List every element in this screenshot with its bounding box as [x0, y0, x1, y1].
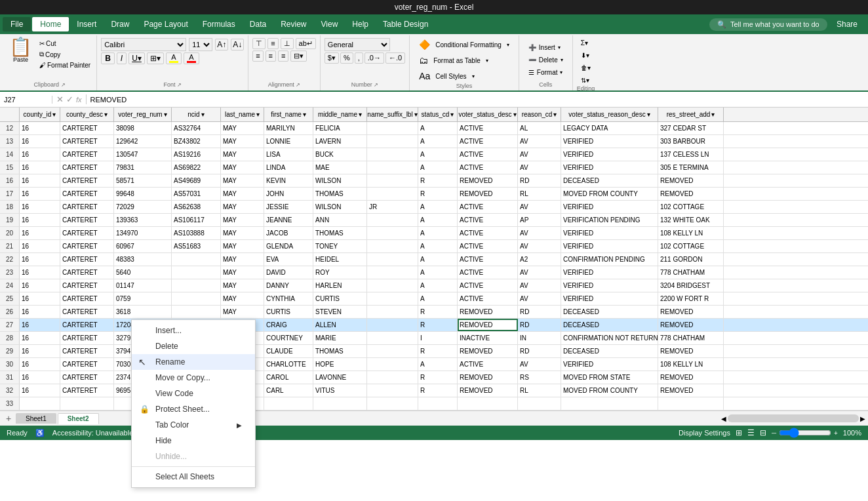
font-color-button[interactable]: A — [184, 52, 199, 64]
cell-first_name[interactable]: EVA — [264, 253, 313, 266]
cell-name_suffix_lbl[interactable] — [367, 122, 418, 134]
font-size-select[interactable]: 11 — [189, 38, 212, 51]
menu-table-design[interactable]: Table Design — [376, 17, 435, 31]
cell-county_desc[interactable] — [60, 397, 114, 410]
cell-county_desc[interactable]: CARTERET — [60, 240, 114, 252]
cell-status_cd[interactable]: A — [418, 214, 458, 226]
cell-last_name[interactable]: MAY — [221, 292, 264, 305]
currency-button[interactable]: $▾ — [325, 52, 339, 64]
cell-first_name[interactable]: LISA — [264, 148, 313, 161]
cell-res_street_add[interactable]: 108 KELLY LN — [658, 358, 724, 371]
cell-voter_status_reason_desc[interactable] — [561, 397, 658, 410]
cell-reason_cd[interactable]: RL — [518, 384, 561, 397]
cell-voter_status_desc[interactable]: REMOVED — [458, 188, 518, 200]
cell-status_cd[interactable]: A — [418, 135, 458, 148]
cell-reason_cd[interactable]: AV — [518, 266, 561, 279]
menu-data[interactable]: Data — [243, 17, 273, 31]
cell-ncid[interactable]: AS49689 — [172, 174, 221, 187]
cell-voter_status_reason_desc[interactable]: VERIFIED — [561, 201, 658, 213]
decrease-font-button[interactable]: A↓ — [231, 39, 244, 50]
cell-voter_status_reason_desc[interactable]: CONFIRMATION NOT RETURN — [561, 332, 658, 344]
cell-voter_reg_num[interactable]: 58571 — [114, 174, 172, 187]
scroll-left-button[interactable]: ◀ — [721, 415, 726, 422]
bold-button[interactable]: B — [101, 52, 115, 64]
cell-county_id[interactable]: 16 — [20, 188, 60, 200]
cell-name_suffix_lbl[interactable] — [367, 292, 418, 305]
cell-county_id[interactable]: 16 — [20, 279, 60, 292]
cell-reason_cd[interactable]: AV — [518, 358, 561, 371]
cell-county_desc[interactable]: CARTERET — [60, 384, 114, 397]
col-header-county_id[interactable]: county_id ▾ — [20, 108, 60, 121]
row-number[interactable]: 26 — [0, 306, 20, 318]
cell-name_suffix_lbl[interactable] — [367, 240, 418, 252]
cell-last_name[interactable]: MAY — [221, 201, 264, 213]
percent-button[interactable]: % — [340, 52, 353, 64]
cell-res_street_add[interactable]: 132 WHITE OAK — [658, 214, 724, 226]
cell-last_name[interactable]: MAY — [221, 135, 264, 148]
align-middle-button[interactable]: ≡ — [267, 38, 278, 49]
cell-status_cd[interactable]: R — [418, 371, 458, 384]
cell-status_cd[interactable]: A — [418, 279, 458, 292]
cell-voter_status_desc[interactable]: ACTIVE — [458, 148, 518, 161]
cell-county_id[interactable]: 16 — [20, 253, 60, 266]
cell-name_suffix_lbl[interactable] — [367, 279, 418, 292]
col-header-ncid[interactable]: ncid ▾ — [172, 108, 221, 121]
cell-middle_name[interactable]: FELICIA — [313, 122, 367, 134]
cell-reason_cd[interactable]: AV — [518, 227, 561, 239]
cell-voter_status_reason_desc[interactable]: DECEASED — [561, 319, 658, 331]
cell-ncid[interactable]: AS19216 — [172, 148, 221, 161]
cell-voter_status_reason_desc[interactable]: VERIFIED — [561, 135, 658, 148]
cell-county_id[interactable]: 16 — [20, 332, 60, 344]
cell-ncid[interactable] — [172, 292, 221, 305]
cell-status_cd[interactable]: A — [418, 122, 458, 134]
cell-status_cd[interactable]: A — [418, 292, 458, 305]
cell-res_street_add[interactable]: REMOVED — [658, 174, 724, 187]
cell-middle_name[interactable]: THOMAS — [313, 227, 367, 239]
col-header-reason_cd[interactable]: reason_cd ▾ — [518, 108, 561, 121]
col-header-voter_status_desc[interactable]: voter_status_desc ▾ — [458, 108, 518, 121]
cell-reason_cd[interactable]: AV — [518, 279, 561, 292]
row-number[interactable]: 17 — [0, 188, 20, 200]
cell-name_suffix_lbl[interactable] — [367, 174, 418, 187]
cell-voter_status_reason_desc[interactable]: VERIFIED — [561, 240, 658, 252]
align-center-button[interactable]: ≡ — [266, 50, 276, 62]
ctx-delete[interactable]: Delete — [132, 338, 255, 354]
ctx-move-copy[interactable]: Move or Copy... — [132, 370, 255, 386]
cell-name_suffix_lbl[interactable] — [367, 161, 418, 174]
ctx-select-all[interactable]: Select All Sheets — [132, 469, 255, 485]
zoom-slider[interactable]: ─ + — [772, 430, 838, 437]
cell-county_id[interactable]: 16 — [20, 201, 60, 213]
cell-first_name[interactable]: JESSIE — [264, 201, 313, 213]
cell-voter_reg_num[interactable]: 5640 — [114, 266, 172, 279]
cell-ncid[interactable]: BZ43802 — [172, 135, 221, 148]
menu-formulas[interactable]: Formulas — [196, 17, 242, 31]
row-number[interactable]: 19 — [0, 214, 20, 226]
menu-page-layout[interactable]: Page Layout — [137, 17, 194, 31]
col-header-name_suffix_lbl[interactable]: name_suffix_lbl ▾ — [367, 108, 418, 121]
cell-res_street_add[interactable]: 2200 W FORT R — [658, 292, 724, 305]
cell-voter_status_reason_desc[interactable]: VERIFIED — [561, 358, 658, 371]
cell-county_desc[interactable]: CARTERET — [60, 266, 114, 279]
cell-middle_name[interactable]: LAVERN — [313, 135, 367, 148]
share-button[interactable]: Share — [829, 17, 865, 31]
cell-res_street_add[interactable]: 778 CHATHAM — [658, 266, 724, 279]
row-number[interactable]: 12 — [0, 122, 20, 134]
cell-county_desc[interactable]: CARTERET — [60, 319, 114, 331]
cell-first_name[interactable]: DANNY — [264, 279, 313, 292]
copy-button[interactable]: ⧉Copy — [37, 50, 92, 59]
cell-middle_name[interactable]: THOMAS — [313, 188, 367, 200]
cell-first_name[interactable]: CYNTHIA — [264, 292, 313, 305]
cell-ncid[interactable]: AS69822 — [172, 161, 221, 174]
cell-voter_reg_num[interactable]: 0759 — [114, 292, 172, 305]
cell-ncid[interactable]: AS103888 — [172, 227, 221, 239]
cell-middle_name[interactable]: WILSON — [313, 201, 367, 213]
cell-first_name[interactable]: COURTNEY — [264, 332, 313, 344]
col-header-voter_status_reason_desc[interactable]: voter_status_reason_desc ▾ — [561, 108, 658, 121]
cell-middle_name[interactable]: CURTIS — [313, 292, 367, 305]
cell-county_id[interactable]: 16 — [20, 227, 60, 239]
cell-last_name[interactable]: MAY — [221, 174, 264, 187]
cell-reason_cd[interactable]: RS — [518, 371, 561, 384]
cell-middle_name[interactable]: ALLEN — [313, 319, 367, 331]
increase-font-button[interactable]: A↑ — [215, 39, 228, 50]
cell-voter_status_desc[interactable]: ACTIVE — [458, 122, 518, 134]
